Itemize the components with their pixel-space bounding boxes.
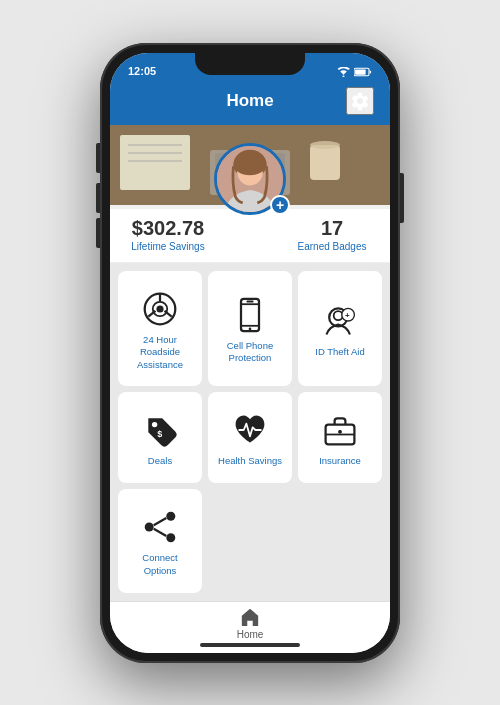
id-theft-aid-item[interactable]: + ID Theft Aid — [298, 271, 382, 387]
cellphone-label: Cell PhoneProtection — [227, 340, 273, 365]
deals-label: Deals — [148, 455, 172, 467]
health-label: Health Savings — [218, 455, 282, 467]
features-grid: 24 Hour RoadsideAssistance Cell PhonePro… — [110, 263, 390, 601]
savings-label: Lifetime Savings — [126, 241, 210, 252]
connect-options-item[interactable]: Connect Options — [118, 489, 202, 592]
svg-text:$: $ — [157, 430, 162, 440]
roadside-assistance-item[interactable]: 24 Hour RoadsideAssistance — [118, 271, 202, 387]
battery-icon — [354, 67, 372, 77]
svg-rect-4 — [120, 135, 190, 190]
svg-point-0 — [343, 75, 345, 76]
svg-point-39 — [166, 534, 175, 543]
svg-rect-8 — [310, 145, 340, 180]
connect-label: Connect Options — [126, 552, 194, 577]
settings-button[interactable] — [346, 87, 374, 115]
status-time: 12:05 — [128, 65, 156, 77]
svg-rect-2 — [355, 69, 366, 74]
add-profile-button[interactable]: + — [270, 195, 290, 215]
empty-slot-1 — [208, 489, 292, 592]
savings-stat: $302.78 Lifetime Savings — [126, 217, 210, 252]
health-savings-item[interactable]: Health Savings — [208, 392, 292, 483]
bottom-nav: Home — [110, 601, 390, 653]
hero-banner: + — [110, 125, 390, 205]
status-icons — [337, 67, 372, 77]
svg-point-17 — [156, 305, 163, 312]
id-theft-icon: + — [321, 302, 359, 340]
badges-value: 17 — [290, 217, 374, 240]
cell-phone-icon — [231, 296, 269, 334]
svg-line-40 — [154, 518, 167, 525]
profile-stats: $302.78 Lifetime Savings 17 Earned Badge… — [110, 209, 390, 263]
svg-point-31 — [152, 422, 157, 427]
deals-item[interactable]: $ Deals — [118, 392, 202, 483]
app-header: Home — [110, 81, 390, 125]
wifi-icon — [337, 67, 350, 77]
connect-icon — [141, 508, 179, 546]
badges-stat: 17 Earned Badges — [290, 217, 374, 252]
price-tag-icon: $ — [141, 411, 179, 449]
svg-point-9 — [310, 141, 340, 149]
cell-phone-protection-item[interactable]: Cell PhoneProtection — [208, 271, 292, 387]
insurance-item[interactable]: Insurance — [298, 392, 382, 483]
profile-avatar-wrapper[interactable]: + — [214, 143, 286, 215]
home-nav-item[interactable]: Home — [237, 607, 264, 640]
home-nav-label: Home — [237, 629, 264, 640]
heart-pulse-icon — [231, 411, 269, 449]
home-nav-icon — [239, 607, 261, 627]
page-title: Home — [154, 91, 346, 111]
phone-screen: 12:05 Home — [110, 53, 390, 653]
gear-icon — [350, 91, 370, 111]
svg-point-37 — [145, 523, 154, 532]
roadside-label: 24 Hour RoadsideAssistance — [126, 334, 194, 371]
home-indicator — [200, 643, 300, 647]
badges-label: Earned Badges — [290, 241, 374, 252]
idtheft-label: ID Theft Aid — [315, 346, 364, 358]
svg-line-41 — [154, 529, 167, 536]
empty-slot-2 — [298, 489, 382, 592]
svg-point-38 — [166, 512, 175, 521]
svg-point-15 — [234, 153, 267, 175]
briefcase-icon — [321, 411, 359, 449]
savings-value: $302.78 — [126, 217, 210, 240]
insurance-label: Insurance — [319, 455, 361, 467]
notch — [195, 53, 305, 75]
phone-device: 12:05 Home — [100, 43, 400, 663]
svg-rect-26 — [246, 301, 253, 303]
svg-text:+: + — [345, 311, 350, 320]
svg-point-25 — [249, 328, 252, 331]
steering-wheel-icon — [141, 290, 179, 328]
